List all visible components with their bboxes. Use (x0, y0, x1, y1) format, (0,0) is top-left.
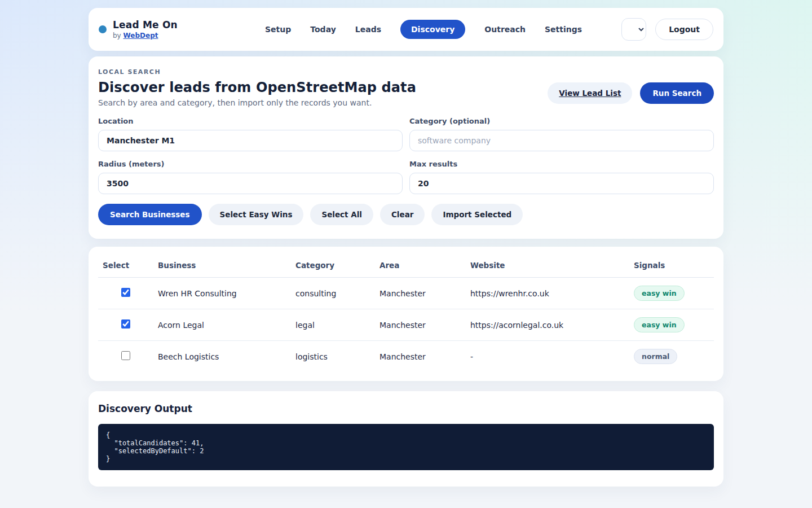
category-cell: legal (291, 309, 375, 341)
max-results-field-group: Max results (409, 160, 714, 194)
column-header-select: Select (98, 251, 153, 278)
radius-label: Radius (meters) (98, 160, 403, 168)
nav-item-leads[interactable]: Leads (355, 25, 381, 34)
section-eyebrow: LOCAL SEARCH (98, 68, 416, 76)
category-field-group: Category (optional) (409, 117, 714, 151)
row-checkbox[interactable] (121, 288, 130, 297)
brand-text: Lead Me On by WebDept (113, 19, 178, 40)
nav-item-today[interactable]: Today (310, 25, 336, 34)
nav-item-discovery[interactable]: Discovery (400, 20, 465, 39)
topbar-right: Logout (621, 18, 713, 41)
select-easy-wins-button[interactable]: Select Easy Wins (209, 204, 304, 225)
main-nav: Setup Today Leads Discovery Outreach Set… (265, 20, 582, 39)
search-action-row: Search Businesses Select Easy Wins Selec… (98, 204, 714, 225)
row-checkbox[interactable] (121, 351, 130, 360)
clear-button[interactable]: Clear (380, 204, 425, 225)
app-title: Lead Me On (113, 19, 178, 30)
location-label: Location (98, 117, 403, 125)
head-actions: View Lead List Run Search (548, 82, 714, 107)
page-subtitle: Search by area and category, then import… (98, 98, 416, 107)
category-input[interactable] (409, 130, 714, 151)
radius-input[interactable] (98, 173, 403, 194)
logout-button[interactable]: Logout (655, 19, 713, 40)
category-cell: consulting (291, 278, 375, 309)
area-cell: Manchester (375, 341, 466, 373)
business-cell: Beech Logistics (153, 341, 291, 373)
select-all-button[interactable]: Select All (310, 204, 373, 225)
website-cell: https://acornlegal.co.uk (466, 309, 629, 341)
area-cell: Manchester (375, 278, 466, 309)
header-select-dropdown[interactable] (621, 18, 646, 41)
radius-field-group: Radius (meters) (98, 160, 403, 194)
local-search-panel: LOCAL SEARCH Discover leads from OpenStr… (89, 56, 723, 239)
output-title: Discovery Output (98, 403, 714, 414)
max-results-input[interactable] (409, 173, 714, 194)
signal-badge: easy win (634, 317, 685, 332)
table-row: Beech Logistics logistics Manchester - n… (98, 341, 714, 373)
brand-byline: by WebDept (113, 32, 178, 40)
page-title: Discover leads from OpenStreetMap data (98, 80, 416, 95)
column-header-signals: Signals (629, 251, 714, 278)
table-row: Acorn Legal legal Manchester https://aco… (98, 309, 714, 341)
view-lead-list-button[interactable]: View Lead List (548, 82, 632, 104)
area-cell: Manchester (375, 309, 466, 341)
website-cell: https://wrenhr.co.uk (466, 278, 629, 309)
column-header-area: Area (375, 251, 466, 278)
import-selected-button[interactable]: Import Selected (431, 204, 523, 225)
run-search-button[interactable]: Run Search (640, 82, 714, 104)
results-table: Select Business Category Area Website Si… (98, 251, 714, 372)
search-heading-block: LOCAL SEARCH Discover leads from OpenStr… (98, 68, 416, 107)
location-field-group: Location (98, 117, 403, 151)
row-checkbox[interactable] (121, 319, 130, 329)
brand: Lead Me On by WebDept (99, 19, 226, 40)
brand-logo-dot-icon (99, 25, 107, 33)
nav-item-setup[interactable]: Setup (265, 25, 291, 34)
column-header-category: Category (291, 251, 375, 278)
table-header-row: Select Business Category Area Website Si… (98, 251, 714, 278)
discovery-output-panel: Discovery Output { "totalCandidates": 41… (89, 391, 723, 487)
location-input[interactable] (98, 130, 403, 151)
category-cell: logistics (291, 341, 375, 373)
max-results-label: Max results (409, 160, 714, 168)
table-row: Wren HR Consulting consulting Manchester… (98, 278, 714, 309)
webdept-link[interactable]: WebDept (123, 32, 158, 40)
business-cell: Acorn Legal (153, 309, 291, 341)
byline-prefix: by (113, 32, 123, 40)
nav-item-outreach[interactable]: Outreach (484, 25, 526, 34)
business-cell: Wren HR Consulting (153, 278, 291, 309)
results-table-panel: Select Business Category Area Website Si… (89, 247, 723, 381)
top-navigation-bar: Lead Me On by WebDept Setup Today Leads … (89, 8, 723, 51)
category-label: Category (optional) (409, 117, 714, 125)
column-header-website: Website (466, 251, 629, 278)
website-cell: - (466, 341, 629, 373)
signal-badge: normal (634, 349, 677, 364)
page: Lead Me On by WebDept Setup Today Leads … (89, 0, 723, 487)
column-header-business: Business (153, 251, 291, 278)
signal-badge: easy win (634, 286, 685, 301)
nav-item-settings[interactable]: Settings (545, 25, 582, 34)
search-businesses-button[interactable]: Search Businesses (98, 204, 202, 225)
output-json-code-block: { "totalCandidates": 41, "selectedByDefa… (98, 424, 714, 470)
